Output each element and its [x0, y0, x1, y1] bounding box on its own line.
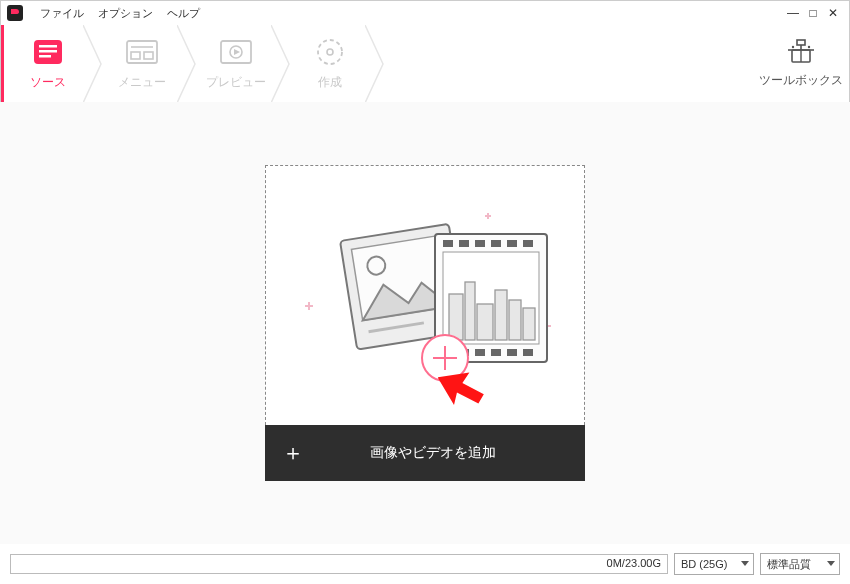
main-area: ＋ 画像やビデオを追加 [0, 102, 850, 544]
menu-help[interactable]: ヘルプ [160, 6, 207, 21]
plus-icon: ＋ [265, 438, 321, 468]
svg-rect-40 [507, 349, 517, 356]
step-nav: ソース メニュー プレビュー 作成 ツールボックス [1, 25, 849, 103]
status-bar: 0M/23.00G BD (25G) 標準品質 [0, 544, 850, 584]
step-label: 作成 [318, 74, 342, 91]
svg-point-17 [792, 46, 794, 48]
svg-rect-15 [797, 40, 805, 45]
disc-icon [316, 36, 344, 68]
pointer-arrow-icon [438, 364, 508, 424]
quality-value: 標準品質 [767, 557, 811, 572]
step-label: メニュー [118, 74, 166, 91]
menu-icon [126, 36, 158, 68]
step-create[interactable]: 作成 [283, 25, 377, 102]
drop-zone[interactable]: ＋ 画像やビデオを追加 [265, 165, 585, 481]
capacity-text: 0M/23.00G [607, 557, 661, 569]
svg-point-11 [327, 49, 333, 55]
toolbox-label: ツールボックス [759, 72, 843, 89]
svg-rect-48 [523, 308, 535, 340]
drop-illustration [265, 165, 585, 425]
svg-rect-1 [39, 45, 57, 48]
step-label: ソース [30, 74, 66, 91]
step-source[interactable]: ソース [1, 25, 95, 102]
step-label: プレビュー [206, 74, 266, 91]
disc-type-value: BD (25G) [681, 558, 727, 570]
window-minimize[interactable]: — [783, 6, 803, 20]
titlebar: ファイル オプション ヘルプ — □ ✕ [1, 1, 849, 25]
svg-point-18 [808, 46, 810, 48]
window-close[interactable]: ✕ [823, 6, 843, 20]
svg-rect-33 [491, 240, 501, 247]
toolbox-button[interactable]: ツールボックス [753, 25, 849, 102]
svg-rect-6 [144, 52, 153, 59]
svg-rect-3 [39, 55, 51, 58]
quality-select[interactable]: 標準品質 [760, 553, 840, 575]
add-media-label: 画像やビデオを追加 [321, 444, 585, 462]
svg-rect-31 [459, 240, 469, 247]
svg-rect-47 [509, 300, 521, 340]
svg-point-10 [318, 40, 342, 64]
svg-rect-43 [449, 294, 463, 340]
toolbox-icon [786, 38, 816, 68]
window-maximize[interactable]: □ [803, 6, 823, 20]
preview-icon [220, 36, 252, 68]
svg-rect-46 [495, 290, 507, 340]
app-icon [7, 5, 23, 21]
chevron-down-icon [741, 561, 749, 566]
svg-rect-30 [443, 240, 453, 247]
menu-option[interactable]: オプション [91, 6, 160, 21]
chevron-down-icon [827, 561, 835, 566]
svg-rect-39 [491, 349, 501, 356]
svg-rect-2 [39, 50, 57, 53]
step-menu[interactable]: メニュー [95, 25, 189, 102]
svg-rect-41 [523, 349, 533, 356]
svg-rect-5 [131, 52, 140, 59]
svg-rect-44 [465, 282, 475, 340]
capacity-bar: 0M/23.00G [10, 554, 668, 574]
source-icon [33, 36, 63, 68]
menu-file[interactable]: ファイル [33, 6, 91, 21]
svg-rect-45 [477, 304, 493, 340]
step-preview[interactable]: プレビュー [189, 25, 283, 102]
svg-rect-35 [523, 240, 533, 247]
disc-type-select[interactable]: BD (25G) [674, 553, 754, 575]
svg-rect-38 [475, 349, 485, 356]
svg-rect-32 [475, 240, 485, 247]
add-media-button[interactable]: ＋ 画像やビデオを追加 [265, 425, 585, 481]
svg-rect-34 [507, 240, 517, 247]
